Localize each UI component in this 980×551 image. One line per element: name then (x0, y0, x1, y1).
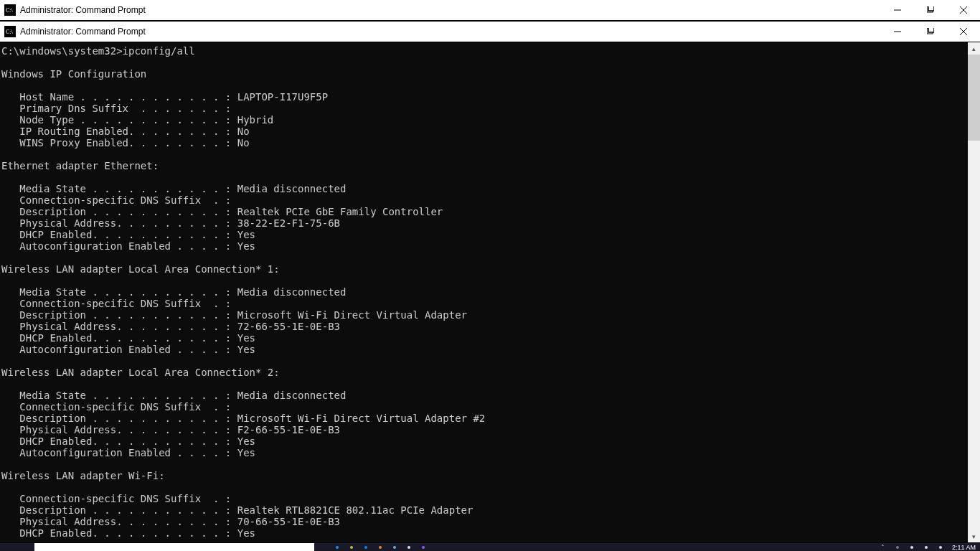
inner-window-controls (881, 22, 980, 42)
close-button[interactable] (947, 0, 980, 20)
taskbar-app-icon[interactable] (389, 545, 400, 550)
terminal-area: C:\windows\system32>ipconfig/all Windows… (0, 42, 980, 542)
taskbar[interactable]: ˄ 2:11 AM (0, 543, 980, 551)
taskbar-app-icon[interactable] (346, 545, 357, 550)
svg-rect-4 (928, 6, 934, 11)
scroll-down-arrow[interactable]: ▾ (968, 530, 980, 542)
scroll-track[interactable] (968, 55, 980, 530)
system-tray[interactable]: ˄ 2:11 AM (875, 543, 980, 551)
tray-chevron-icon[interactable]: ˄ (877, 545, 889, 550)
terminal-output[interactable]: C:\windows\system32>ipconfig/all Windows… (0, 42, 968, 542)
start-button-region[interactable] (0, 543, 34, 551)
tray-onedrive-icon[interactable] (892, 545, 903, 550)
inner-window-titlebar: C:\ Administrator: Command Prompt (0, 21, 980, 42)
tray-volume-icon[interactable] (920, 545, 932, 550)
svg-text:C:\: C:\ (6, 7, 14, 14)
tray-wifi-icon[interactable] (906, 545, 918, 550)
maximize-button[interactable] (914, 22, 947, 42)
outer-window-title: Administrator: Command Prompt (20, 5, 146, 15)
outer-window-controls (881, 0, 980, 20)
taskbar-app-icon[interactable] (331, 545, 343, 550)
outer-window-titlebar: C:\ Administrator: Command Prompt (0, 0, 980, 21)
taskbar-app-icon[interactable] (360, 545, 372, 550)
cmd-app-icon: C:\ (4, 26, 16, 37)
tray-battery-icon[interactable] (935, 545, 946, 550)
svg-text:C:\: C:\ (6, 29, 14, 35)
minimize-button[interactable] (881, 22, 914, 42)
scroll-thumb[interactable] (968, 55, 980, 141)
close-button[interactable] (947, 22, 980, 42)
svg-rect-12 (928, 28, 934, 32)
taskbar-app-icon[interactable] (374, 545, 386, 550)
cmd-app-icon: C:\ (4, 4, 16, 16)
maximize-button[interactable] (914, 0, 947, 20)
taskbar-clock[interactable]: 2:11 AM (952, 544, 976, 551)
scroll-up-arrow[interactable]: ▴ (968, 42, 980, 55)
inner-window-title: Administrator: Command Prompt (20, 27, 146, 37)
vertical-scrollbar[interactable]: ▴ ▾ (968, 42, 980, 542)
taskbar-search[interactable] (34, 543, 314, 551)
taskbar-app-icon[interactable] (418, 545, 429, 550)
taskbar-app-icon[interactable] (403, 545, 415, 550)
minimize-button[interactable] (881, 0, 914, 20)
